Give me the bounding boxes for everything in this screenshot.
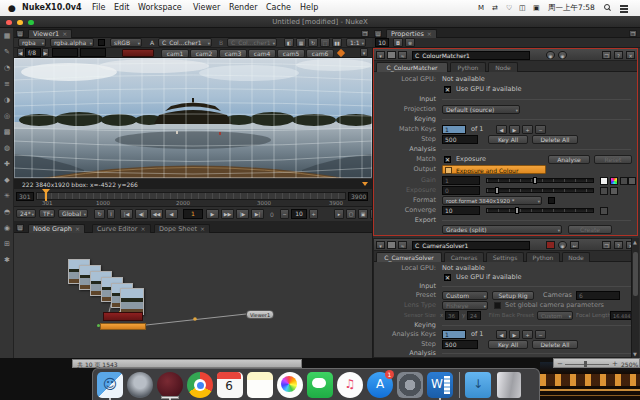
key-all-button[interactable]: Key All: [488, 340, 528, 349]
deep-icon[interactable]: ◓: [0, 208, 14, 216]
particles-icon[interactable]: ✳: [0, 192, 14, 200]
zoom-select[interactable]: 1:1: [346, 38, 366, 47]
film-back-select[interactable]: Custom: [537, 311, 573, 320]
tab-node[interactable]: Node: [562, 252, 590, 262]
zoom-out-icon[interactable]: −: [557, 360, 563, 368]
next-key-icon[interactable]: ▶: [509, 125, 520, 134]
exposure-slider-handle[interactable]: [495, 187, 499, 194]
app-menu-name[interactable]: NukeX10.0v4: [22, 0, 82, 16]
channels-select[interactable]: rgba: [18, 38, 46, 47]
preset-select[interactable]: Custom: [442, 291, 488, 300]
revert-icon[interactable]: ↩: [570, 241, 579, 249]
pause-icon[interactable]: ▮▮: [332, 38, 342, 47]
zoom-slider-track[interactable]: [565, 364, 609, 365]
bypass-icon[interactable]: [546, 241, 555, 249]
menu-cache[interactable]: Cache: [266, 0, 291, 16]
word-dock-icon[interactable]: W: [427, 372, 453, 398]
wipe-icon[interactable]: ◧: [284, 38, 294, 47]
step-field[interactable]: 500: [442, 135, 478, 144]
exposure-slider[interactable]: [486, 188, 594, 193]
nuke-dock-icon[interactable]: [157, 372, 183, 398]
viewer-settings-icon[interactable]: ▾: [360, 48, 368, 57]
views-icon[interactable]: ◉: [0, 224, 14, 232]
converge-slider[interactable]: [486, 208, 594, 213]
chrome-dock-icon[interactable]: [187, 372, 213, 398]
stereo-icon[interactable]: [337, 49, 345, 57]
zoom-slider-handle[interactable]: [584, 361, 587, 367]
panel-menu-icon[interactable]: ▤: [16, 224, 24, 231]
merge-icon[interactable]: ◍: [0, 144, 14, 152]
display-icon[interactable]: ▣: [533, 0, 540, 16]
menu-render[interactable]: Render: [229, 0, 257, 16]
viewer-node[interactable]: Viewer1: [246, 310, 274, 319]
photos-dock-icon[interactable]: [277, 372, 303, 398]
delete-key-icon[interactable]: −: [535, 330, 546, 339]
trash-dock-icon[interactable]: [497, 372, 521, 398]
goto-start-button[interactable]: |◀: [120, 209, 133, 219]
color-icon[interactable]: ◑: [0, 96, 14, 104]
range-start-field[interactable]: 301: [16, 192, 34, 201]
reset-button[interactable]: Reset: [594, 155, 632, 164]
gain-next-icon[interactable]: ▶: [42, 48, 49, 57]
add-key-icon[interactable]: +: [522, 330, 533, 339]
view-cam6-button[interactable]: cam6: [306, 49, 334, 58]
filter-icon[interactable]: ◎: [0, 112, 14, 120]
sensor-x-field[interactable]: 36: [445, 311, 459, 320]
collapse-icon[interactable]: ▾: [376, 241, 385, 249]
node-color-swatch[interactable]: [387, 241, 396, 249]
store-preset-icon[interactable]: ◉: [546, 51, 555, 59]
color-swatch-white[interactable]: [600, 177, 608, 185]
menu-viewer[interactable]: Viewer: [193, 0, 220, 16]
colour-matcher-node[interactable]: [100, 323, 146, 330]
delete-key-icon[interactable]: −: [535, 125, 546, 134]
prev-key-icon[interactable]: ◀: [496, 330, 507, 339]
store-preset-icon[interactable]: ◉: [558, 241, 567, 249]
sensor-y-field[interactable]: 24: [467, 311, 481, 320]
menu-clock[interactable]: 周一上午7:58: [548, 0, 595, 16]
transform-icon[interactable]: ✚: [0, 160, 14, 168]
export-select[interactable]: Grades (split): [442, 225, 562, 234]
roi-icon[interactable]: ⬚: [320, 38, 330, 47]
collapse-icon[interactable]: ▾: [376, 51, 385, 59]
viewer-image[interactable]: [14, 58, 372, 178]
heart-icon[interactable]: ♡: [506, 0, 512, 16]
help-icon[interactable]: ?: [614, 241, 623, 249]
match-keys-field[interactable]: 1: [442, 125, 466, 134]
panel-float-icon[interactable]: ❐: [361, 30, 369, 37]
lens-type-select[interactable]: Fisheye: [442, 301, 488, 310]
messages-dock-icon[interactable]: [307, 372, 333, 398]
prev-key-button[interactable]: ◀|: [135, 209, 148, 219]
view-cam1-button[interactable]: cam1: [161, 49, 189, 58]
tab-c-camerasolver[interactable]: C_CameraSolver: [376, 252, 442, 262]
float-panel-icon[interactable]: ❐: [602, 51, 611, 59]
loop-button[interactable]: ↻: [94, 209, 105, 219]
calendar-dock-icon[interactable]: 6: [217, 372, 243, 398]
exposure-field[interactable]: 0: [442, 186, 480, 195]
channel-icon[interactable]: ≡: [0, 80, 14, 88]
increment-button[interactable]: +: [309, 209, 318, 219]
curve-menu-icon[interactable]: ≈: [398, 241, 407, 249]
tab-properties[interactable]: Properties: [386, 29, 437, 38]
menu-workspace[interactable]: Workspace: [138, 0, 182, 16]
step-fwd-button[interactable]: ▶▶: [221, 209, 234, 219]
prev-key-icon[interactable]: ◀: [496, 125, 507, 134]
view-cam3-button[interactable]: cam3: [219, 49, 247, 58]
close-panel-icon[interactable]: ✕: [626, 51, 635, 59]
frame-increment-field[interactable]: 10: [291, 209, 307, 219]
step-back-button[interactable]: ◀◀: [150, 209, 163, 219]
float-panel-icon[interactable]: ❐: [602, 241, 611, 249]
range-mode-select[interactable]: Global: [58, 209, 88, 218]
lock-panels-icon[interactable]: ◘: [393, 38, 403, 47]
channel-chip[interactable]: [620, 177, 628, 185]
gain-prev-icon[interactable]: ◀: [17, 48, 24, 57]
playhead-marker-icon[interactable]: [42, 189, 50, 194]
range-end-field[interactable]: 3900: [348, 192, 368, 201]
curve-menu-icon[interactable]: ≈: [398, 51, 407, 59]
format-lock-checkbox[interactable]: [548, 197, 555, 204]
tab-settings[interactable]: Settings: [486, 252, 524, 262]
panel-float-icon[interactable]: ❐: [629, 30, 637, 37]
camera-solver-node[interactable]: [103, 312, 143, 321]
av-icon[interactable]: ◫: [519, 0, 526, 16]
use-gpu-checkbox[interactable]: [444, 86, 451, 93]
finder-dock-icon[interactable]: ☺: [97, 372, 123, 398]
